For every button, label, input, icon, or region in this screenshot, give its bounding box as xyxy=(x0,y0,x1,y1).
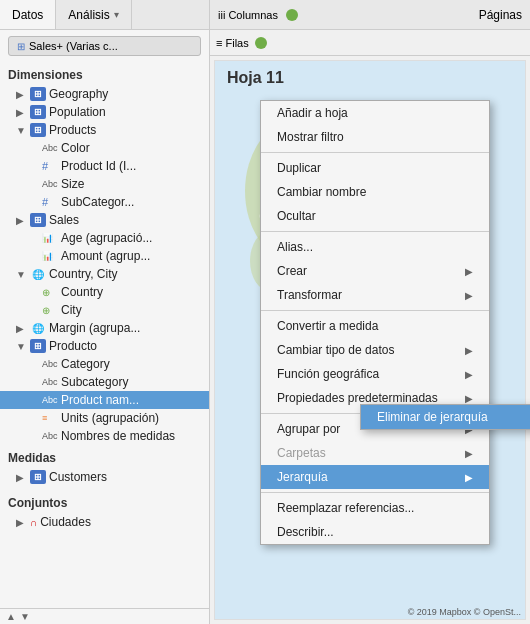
menu-describir[interactable]: Describir... xyxy=(261,520,489,544)
tree-subcategory2[interactable]: Abc Subcategory xyxy=(0,373,209,391)
expand-icon: ▶ xyxy=(16,107,30,118)
menu-carpetas: Carpetas ▶ xyxy=(261,441,489,465)
columns-pill xyxy=(286,9,298,21)
products-icon: ⊞ xyxy=(30,123,46,137)
menu-añadir[interactable]: Añadir a hoja xyxy=(261,101,489,125)
submenu-arrow4: ▶ xyxy=(465,369,473,380)
jerarquia-submenu: Eliminar de jerarquía xyxy=(360,404,530,430)
expand-icon: ▶ xyxy=(16,89,30,100)
menu-mostrar[interactable]: Mostrar filtro xyxy=(261,125,489,149)
submenu-arrow: ▶ xyxy=(465,266,473,277)
tree-geography[interactable]: ▶ ⊞ Geography xyxy=(0,85,209,103)
expand-icon: ▼ xyxy=(16,269,30,280)
tree-country-city[interactable]: ▼ 🌐 Country, City xyxy=(0,265,209,283)
submenu-arrow2: ▶ xyxy=(465,290,473,301)
tab-analisis[interactable]: Análisis ▾ xyxy=(56,0,131,29)
chart-icon: 📊 xyxy=(42,233,58,243)
tree-product-name[interactable]: Abc Product nam... xyxy=(0,391,209,409)
right-top-bar: iii Columnas Páginas xyxy=(210,0,530,30)
context-menu: Añadir a hoja Mostrar filtro Duplicar Ca… xyxy=(260,100,490,545)
menu-transformar[interactable]: Transformar ▶ xyxy=(261,283,489,307)
pages-label: Páginas xyxy=(479,8,522,22)
tree-margin[interactable]: ▶ 🌐 Margin (agrupa... xyxy=(0,319,209,337)
set-icon: ∩ xyxy=(30,517,37,528)
abc-icon: Abc xyxy=(42,143,58,153)
expand-icon: ▶ xyxy=(16,323,30,334)
tree-city[interactable]: ⊕ City xyxy=(0,301,209,319)
map-icon: 🌐 xyxy=(30,267,46,281)
sales-icon: ⊞ xyxy=(30,213,46,227)
menu-cambiar-tipo[interactable]: Cambiar tipo de datos ▶ xyxy=(261,338,489,362)
menu-sep3 xyxy=(261,310,489,311)
abc-icon6: Abc xyxy=(42,431,58,441)
scroll-up-btn[interactable]: ▲ xyxy=(4,611,18,622)
expand-icon: ▶ xyxy=(16,517,30,528)
menu-sep2 xyxy=(261,231,489,232)
globe-icon: ⊕ xyxy=(42,287,58,298)
hash-icon2: # xyxy=(42,196,58,208)
medidas-header: Medidas xyxy=(0,445,209,468)
conjuntos-header: Conjuntos xyxy=(0,490,209,513)
menu-jerarquia[interactable]: Jerarquía ▶ xyxy=(261,465,489,489)
tree-sales[interactable]: ▶ ⊞ Sales xyxy=(0,211,209,229)
submenu-arrow8: ▶ xyxy=(465,472,473,483)
rows-shelf-label: ≡ Filas xyxy=(216,37,249,49)
submenu-eliminar[interactable]: Eliminar de jerarquía xyxy=(361,405,530,429)
tree-units[interactable]: ≡ Units (agrupación) xyxy=(0,409,209,427)
tree-size[interactable]: Abc Size xyxy=(0,175,209,193)
expand-icon: ▶ xyxy=(16,472,30,483)
dimensiones-header: Dimensiones xyxy=(0,62,209,85)
abc-icon2: Abc xyxy=(42,179,58,189)
tree-product-id[interactable]: # Product Id (I... xyxy=(0,157,209,175)
tab-datos[interactable]: Datos xyxy=(0,0,56,29)
menu-crear[interactable]: Crear ▶ xyxy=(261,259,489,283)
globe-icon2: ⊕ xyxy=(42,305,58,316)
scroll-controls: ▲ ▼ xyxy=(0,608,209,624)
tree-nombres[interactable]: Abc Nombres de medidas xyxy=(0,427,209,445)
analisis-dropdown-icon: ▾ xyxy=(114,9,119,20)
submenu-arrow5: ▶ xyxy=(465,393,473,404)
menu-duplicar[interactable]: Duplicar xyxy=(261,156,489,180)
filter-badge[interactable]: ⊞ Sales+ (Varias c... xyxy=(8,36,201,56)
tree-subcategory[interactable]: # SubCategor... xyxy=(0,193,209,211)
tree-category[interactable]: Abc Category xyxy=(0,355,209,373)
expand-icon: ▼ xyxy=(16,125,30,136)
tree-products[interactable]: ▼ ⊞ Products xyxy=(0,121,209,139)
top-tabs-bar: Datos Análisis ▾ xyxy=(0,0,209,30)
tree-color[interactable]: Abc Color xyxy=(0,139,209,157)
customers-icon: ⊞ xyxy=(30,470,46,484)
producto-icon: ⊞ xyxy=(30,339,46,353)
menu-convertir[interactable]: Convertir a medida xyxy=(261,314,489,338)
filter-icon: ⊞ xyxy=(17,41,25,52)
rows-pill xyxy=(255,37,267,49)
scroll-down-btn[interactable]: ▼ xyxy=(18,611,32,622)
columns-shelf-label: iii Columnas xyxy=(218,9,278,21)
rows-bar: ≡ Filas xyxy=(210,30,530,56)
menu-cambiar-nombre[interactable]: Cambiar nombre xyxy=(261,180,489,204)
menu-sep5 xyxy=(261,492,489,493)
abc-icon5: Abc xyxy=(42,395,58,405)
tree-amount[interactable]: 📊 Amount (agrup... xyxy=(0,247,209,265)
tree-population[interactable]: ▶ ⊞ Population xyxy=(0,103,209,121)
menu-ocultar[interactable]: Ocultar xyxy=(261,204,489,228)
expand-icon: ▶ xyxy=(16,215,30,226)
abc-icon4: Abc xyxy=(42,377,58,387)
tree-producto[interactable]: ▼ ⊞ Producto xyxy=(0,337,209,355)
chart-icon2: 📊 xyxy=(42,251,58,261)
map-attribution: © 2019 Mapbox © OpenSt... xyxy=(408,607,521,617)
tree-country[interactable]: ⊕ Country xyxy=(0,283,209,301)
menu-sep1 xyxy=(261,152,489,153)
tree-age[interactable]: 📊 Age (agrupació... xyxy=(0,229,209,247)
tree-customers[interactable]: ▶ ⊞ Customers xyxy=(0,468,209,486)
submenu-arrow3: ▶ xyxy=(465,345,473,356)
population-icon: ⊞ xyxy=(30,105,46,119)
menu-alias[interactable]: Alias... xyxy=(261,235,489,259)
map-icon2: 🌐 xyxy=(30,321,46,335)
abc-icon3: Abc xyxy=(42,359,58,369)
tree-ciudades[interactable]: ▶ ∩ Ciudades xyxy=(0,513,209,531)
geo-icon: ⊞ xyxy=(30,87,46,101)
chart-icon3: ≡ xyxy=(42,413,58,423)
hash-icon: # xyxy=(42,160,58,172)
menu-funcion-geo[interactable]: Función geográfica ▶ xyxy=(261,362,489,386)
menu-reemplazar[interactable]: Reemplazar referencias... xyxy=(261,496,489,520)
